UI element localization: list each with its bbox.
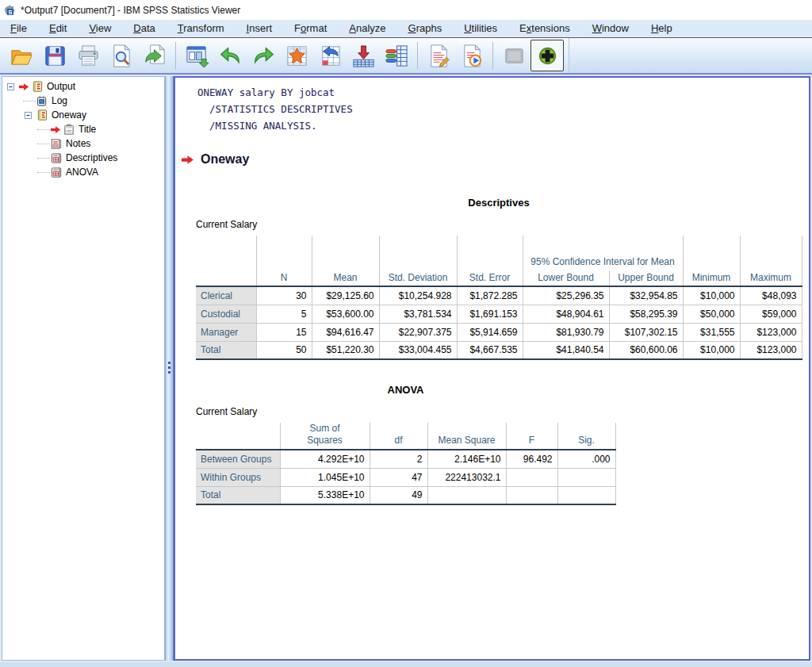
menubar: FileEditViewDataTransformInsertFormatAna… — [0, 20, 812, 38]
goto-data-button[interactable] — [280, 40, 313, 71]
cell-value: 5 — [256, 305, 312, 323]
export-icon — [185, 44, 209, 68]
col-n: N — [256, 270, 312, 286]
menu-format[interactable]: Format — [285, 21, 335, 36]
menu-file[interactable]: File — [2, 21, 36, 36]
cell-value: $22,907.375 — [379, 323, 457, 341]
collapse-expander-icon[interactable] — [23, 110, 36, 121]
anova-block[interactable]: ANOVA Current Salary Sum of Squares df M… — [196, 384, 615, 505]
tree-connector — [37, 144, 50, 144]
edit-output-button[interactable] — [422, 40, 455, 71]
cell-value — [557, 468, 615, 486]
row-label: Between Groups — [196, 450, 280, 468]
menu-extensions[interactable]: Extensions — [511, 21, 579, 36]
cell-value: $53,600.00 — [312, 305, 379, 323]
designate-window-icon — [502, 44, 527, 68]
output-book-icon — [36, 109, 48, 121]
outline-item-notes[interactable]: Notes — [2, 136, 164, 151]
menu-insert[interactable]: Insert — [238, 21, 282, 36]
cell-value: $32,954.85 — [609, 286, 683, 305]
redo-button[interactable] — [247, 40, 280, 71]
tree-connector — [37, 158, 50, 159]
descriptives-table[interactable]: 95% Confidence Interval for Mean N Mean … — [196, 236, 802, 360]
toolbar-separator — [417, 42, 418, 69]
descriptives-row: Clerical30$29,125.60$10,254.928$1,872.28… — [196, 286, 802, 305]
open-folder-icon — [10, 44, 34, 68]
cell-value: $123,000 — [740, 341, 802, 359]
menu-transform[interactable]: Transform — [169, 21, 233, 36]
variables-button[interactable] — [347, 40, 380, 71]
outline-item-oneway[interactable]: Oneway — [2, 108, 164, 122]
current-item-arrow-icon — [50, 125, 62, 134]
window-title: *Output7 [Document7] - IBM SPSS Statisti… — [21, 5, 240, 16]
descriptives-block[interactable]: Descriptives Current Salary 95% Confiden… — [196, 197, 802, 360]
cell-value: $48,904.61 — [523, 305, 609, 323]
menu-edit[interactable]: Edit — [40, 21, 75, 36]
menu-data[interactable]: Data — [124, 21, 163, 36]
print-button[interactable] — [71, 40, 105, 71]
row-label: Manager — [196, 323, 256, 341]
goto-data-icon — [285, 44, 309, 68]
anova-row: Total5.338E+1049 — [196, 486, 615, 504]
run-script-button[interactable] — [455, 40, 488, 71]
cell-value: $48,093 — [740, 286, 802, 305]
menu-graphs[interactable]: Graphs — [400, 21, 451, 36]
cell-value: .000 — [557, 450, 615, 468]
cell-value: $4,667.535 — [457, 341, 523, 359]
cell-value: 30 — [256, 286, 312, 305]
anova-caption: Current Salary — [196, 406, 615, 417]
cell-value: 5.338E+10 — [280, 486, 370, 504]
undo-button[interactable] — [213, 40, 247, 71]
insert-object-button[interactable] — [530, 40, 564, 71]
menu-utilities[interactable]: Utilities — [455, 21, 506, 36]
cell-value — [506, 468, 557, 486]
export-output-button[interactable] — [180, 40, 213, 71]
outline-item-label: Log — [52, 95, 67, 106]
syntax-log-text[interactable]: ONEWAY salary BY jobcat /STATISTICS DESC… — [197, 84, 353, 134]
pane-splitter[interactable] — [165, 76, 174, 661]
outline-item-label: ANOVA — [66, 167, 98, 178]
dialog-recall-button[interactable] — [138, 40, 171, 71]
dialog-recall-icon — [143, 44, 167, 68]
outline-item-descriptives[interactable]: Descriptives — [2, 151, 164, 165]
menu-view[interactable]: View — [80, 21, 120, 36]
outline-item-label: Descriptives — [66, 152, 117, 163]
print-preview-icon — [109, 44, 134, 68]
oneway-heading[interactable]: Oneway — [181, 152, 249, 167]
variables-icon — [351, 44, 376, 68]
descriptives-header-row: N Mean Std. Deviation Std. Error Lower B… — [196, 270, 802, 286]
outline-item-log[interactable]: Log — [2, 94, 164, 108]
menu-analyze[interactable]: Analyze — [340, 21, 394, 36]
cell-value: $1,691.153 — [457, 305, 523, 323]
print-preview-button[interactable] — [105, 40, 138, 71]
open-button[interactable] — [5, 40, 38, 71]
cell-value: $33,004.455 — [379, 341, 457, 359]
col-minimum: Minimum — [683, 270, 740, 286]
cell-value: 222413032.1 — [427, 468, 506, 486]
anova-row: Between Groups4.292E+1022.146E+1096.492.… — [196, 450, 615, 468]
cell-value: $5,914.659 — [457, 323, 523, 341]
edit-document-icon — [427, 44, 451, 68]
heading-text: Oneway — [201, 152, 249, 167]
col-mean-square: Mean Square — [427, 423, 506, 450]
outline-item-output[interactable]: Output — [2, 79, 164, 94]
cell-value: 50 — [256, 341, 312, 359]
outline-pane: OutputLogOnewayTitleNotesDescriptivesANO… — [2, 76, 165, 661]
use-variable-sets-button[interactable] — [380, 40, 413, 71]
row-label: Clerical — [196, 286, 256, 305]
outline-item-title[interactable]: Title — [2, 122, 164, 136]
col-mean: Mean — [312, 270, 379, 286]
goto-case-icon — [318, 44, 343, 68]
collapse-expander-icon[interactable] — [6, 82, 18, 92]
menu-help[interactable]: Help — [642, 21, 681, 36]
bottom-strip — [0, 662, 812, 667]
menu-window[interactable]: Window — [584, 21, 638, 36]
goto-case-button[interactable] — [313, 40, 347, 71]
outline-item-anova[interactable]: ANOVA — [2, 165, 164, 179]
splitter-grip-icon — [168, 362, 170, 376]
row-label: Total — [196, 341, 256, 359]
toolbar — [0, 38, 812, 75]
save-button[interactable] — [38, 40, 71, 71]
anova-table[interactable]: Sum of Squares df Mean Square F Sig. Bet… — [196, 423, 616, 505]
row-label: Total — [196, 486, 280, 504]
